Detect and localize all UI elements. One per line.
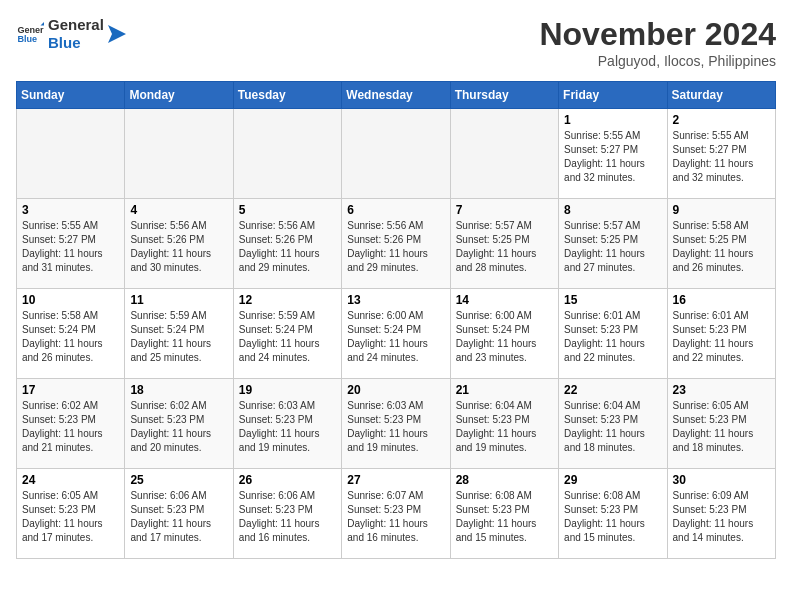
day-number: 7 xyxy=(456,203,553,217)
day-number: 16 xyxy=(673,293,770,307)
month-title: November 2024 xyxy=(539,16,776,53)
col-header-friday: Friday xyxy=(559,82,667,109)
day-info: Sunrise: 5:59 AMSunset: 5:24 PMDaylight:… xyxy=(130,309,227,365)
calendar-week-5: 24Sunrise: 6:05 AMSunset: 5:23 PMDayligh… xyxy=(17,469,776,559)
logo-icon: General Blue xyxy=(16,20,44,48)
day-info: Sunrise: 5:55 AMSunset: 5:27 PMDaylight:… xyxy=(22,219,119,275)
day-info: Sunrise: 5:57 AMSunset: 5:25 PMDaylight:… xyxy=(564,219,661,275)
day-number: 6 xyxy=(347,203,444,217)
day-info: Sunrise: 6:00 AMSunset: 5:24 PMDaylight:… xyxy=(456,309,553,365)
day-number: 2 xyxy=(673,113,770,127)
day-number: 25 xyxy=(130,473,227,487)
calendar-cell: 1Sunrise: 5:55 AMSunset: 5:27 PMDaylight… xyxy=(559,109,667,199)
calendar-cell: 18Sunrise: 6:02 AMSunset: 5:23 PMDayligh… xyxy=(125,379,233,469)
logo-line1: General xyxy=(48,16,104,34)
svg-text:General: General xyxy=(17,25,44,35)
calendar-cell: 2Sunrise: 5:55 AMSunset: 5:27 PMDaylight… xyxy=(667,109,775,199)
day-number: 21 xyxy=(456,383,553,397)
calendar-cell: 22Sunrise: 6:04 AMSunset: 5:23 PMDayligh… xyxy=(559,379,667,469)
calendar-cell: 12Sunrise: 5:59 AMSunset: 5:24 PMDayligh… xyxy=(233,289,341,379)
day-info: Sunrise: 6:03 AMSunset: 5:23 PMDaylight:… xyxy=(347,399,444,455)
calendar-cell: 19Sunrise: 6:03 AMSunset: 5:23 PMDayligh… xyxy=(233,379,341,469)
day-info: Sunrise: 6:07 AMSunset: 5:23 PMDaylight:… xyxy=(347,489,444,545)
calendar-cell: 4Sunrise: 5:56 AMSunset: 5:26 PMDaylight… xyxy=(125,199,233,289)
calendar-week-2: 3Sunrise: 5:55 AMSunset: 5:27 PMDaylight… xyxy=(17,199,776,289)
col-header-sunday: Sunday xyxy=(17,82,125,109)
calendar-cell: 10Sunrise: 5:58 AMSunset: 5:24 PMDayligh… xyxy=(17,289,125,379)
day-info: Sunrise: 6:04 AMSunset: 5:23 PMDaylight:… xyxy=(564,399,661,455)
day-number: 29 xyxy=(564,473,661,487)
calendar-cell: 15Sunrise: 6:01 AMSunset: 5:23 PMDayligh… xyxy=(559,289,667,379)
svg-marker-3 xyxy=(108,25,126,43)
day-info: Sunrise: 5:56 AMSunset: 5:26 PMDaylight:… xyxy=(130,219,227,275)
day-number: 24 xyxy=(22,473,119,487)
day-number: 9 xyxy=(673,203,770,217)
day-info: Sunrise: 6:04 AMSunset: 5:23 PMDaylight:… xyxy=(456,399,553,455)
day-info: Sunrise: 6:08 AMSunset: 5:23 PMDaylight:… xyxy=(564,489,661,545)
calendar-cell: 8Sunrise: 5:57 AMSunset: 5:25 PMDaylight… xyxy=(559,199,667,289)
calendar-cell: 7Sunrise: 5:57 AMSunset: 5:25 PMDaylight… xyxy=(450,199,558,289)
calendar-cell: 9Sunrise: 5:58 AMSunset: 5:25 PMDaylight… xyxy=(667,199,775,289)
col-header-thursday: Thursday xyxy=(450,82,558,109)
calendar-week-1: 1Sunrise: 5:55 AMSunset: 5:27 PMDaylight… xyxy=(17,109,776,199)
calendar-cell: 6Sunrise: 5:56 AMSunset: 5:26 PMDaylight… xyxy=(342,199,450,289)
day-info: Sunrise: 5:59 AMSunset: 5:24 PMDaylight:… xyxy=(239,309,336,365)
calendar-cell: 26Sunrise: 6:06 AMSunset: 5:23 PMDayligh… xyxy=(233,469,341,559)
day-info: Sunrise: 5:57 AMSunset: 5:25 PMDaylight:… xyxy=(456,219,553,275)
calendar-cell xyxy=(233,109,341,199)
day-info: Sunrise: 6:00 AMSunset: 5:24 PMDaylight:… xyxy=(347,309,444,365)
day-number: 26 xyxy=(239,473,336,487)
col-header-wednesday: Wednesday xyxy=(342,82,450,109)
day-number: 8 xyxy=(564,203,661,217)
calendar-cell: 23Sunrise: 6:05 AMSunset: 5:23 PMDayligh… xyxy=(667,379,775,469)
day-number: 28 xyxy=(456,473,553,487)
calendar-cell: 17Sunrise: 6:02 AMSunset: 5:23 PMDayligh… xyxy=(17,379,125,469)
calendar-week-3: 10Sunrise: 5:58 AMSunset: 5:24 PMDayligh… xyxy=(17,289,776,379)
calendar-cell xyxy=(450,109,558,199)
day-number: 1 xyxy=(564,113,661,127)
day-info: Sunrise: 6:03 AMSunset: 5:23 PMDaylight:… xyxy=(239,399,336,455)
logo-line2: Blue xyxy=(48,34,104,52)
day-number: 12 xyxy=(239,293,336,307)
day-number: 14 xyxy=(456,293,553,307)
day-info: Sunrise: 5:58 AMSunset: 5:24 PMDaylight:… xyxy=(22,309,119,365)
calendar-cell xyxy=(17,109,125,199)
calendar-cell: 24Sunrise: 6:05 AMSunset: 5:23 PMDayligh… xyxy=(17,469,125,559)
calendar-cell: 16Sunrise: 6:01 AMSunset: 5:23 PMDayligh… xyxy=(667,289,775,379)
calendar-cell: 27Sunrise: 6:07 AMSunset: 5:23 PMDayligh… xyxy=(342,469,450,559)
day-info: Sunrise: 6:02 AMSunset: 5:23 PMDaylight:… xyxy=(22,399,119,455)
day-info: Sunrise: 6:05 AMSunset: 5:23 PMDaylight:… xyxy=(673,399,770,455)
calendar-cell xyxy=(342,109,450,199)
calendar-cell xyxy=(125,109,233,199)
day-info: Sunrise: 5:55 AMSunset: 5:27 PMDaylight:… xyxy=(673,129,770,185)
svg-text:Blue: Blue xyxy=(17,34,37,44)
page-header: General Blue General Blue November 2024 … xyxy=(16,16,776,69)
day-info: Sunrise: 6:01 AMSunset: 5:23 PMDaylight:… xyxy=(564,309,661,365)
calendar-week-4: 17Sunrise: 6:02 AMSunset: 5:23 PMDayligh… xyxy=(17,379,776,469)
col-header-saturday: Saturday xyxy=(667,82,775,109)
calendar-cell: 29Sunrise: 6:08 AMSunset: 5:23 PMDayligh… xyxy=(559,469,667,559)
day-number: 10 xyxy=(22,293,119,307)
day-number: 19 xyxy=(239,383,336,397)
logo: General Blue General Blue xyxy=(16,16,126,52)
calendar-cell: 20Sunrise: 6:03 AMSunset: 5:23 PMDayligh… xyxy=(342,379,450,469)
day-number: 5 xyxy=(239,203,336,217)
calendar-cell: 5Sunrise: 5:56 AMSunset: 5:26 PMDaylight… xyxy=(233,199,341,289)
calendar-cell: 28Sunrise: 6:08 AMSunset: 5:23 PMDayligh… xyxy=(450,469,558,559)
day-info: Sunrise: 6:06 AMSunset: 5:23 PMDaylight:… xyxy=(130,489,227,545)
day-number: 4 xyxy=(130,203,227,217)
calendar-cell: 25Sunrise: 6:06 AMSunset: 5:23 PMDayligh… xyxy=(125,469,233,559)
day-number: 11 xyxy=(130,293,227,307)
calendar-cell: 3Sunrise: 5:55 AMSunset: 5:27 PMDaylight… xyxy=(17,199,125,289)
day-info: Sunrise: 6:06 AMSunset: 5:23 PMDaylight:… xyxy=(239,489,336,545)
day-number: 13 xyxy=(347,293,444,307)
logo-arrow-icon xyxy=(108,25,126,43)
day-info: Sunrise: 6:09 AMSunset: 5:23 PMDaylight:… xyxy=(673,489,770,545)
day-number: 17 xyxy=(22,383,119,397)
day-info: Sunrise: 5:55 AMSunset: 5:27 PMDaylight:… xyxy=(564,129,661,185)
day-number: 3 xyxy=(22,203,119,217)
calendar-cell: 13Sunrise: 6:00 AMSunset: 5:24 PMDayligh… xyxy=(342,289,450,379)
day-number: 20 xyxy=(347,383,444,397)
day-number: 30 xyxy=(673,473,770,487)
calendar-cell: 21Sunrise: 6:04 AMSunset: 5:23 PMDayligh… xyxy=(450,379,558,469)
